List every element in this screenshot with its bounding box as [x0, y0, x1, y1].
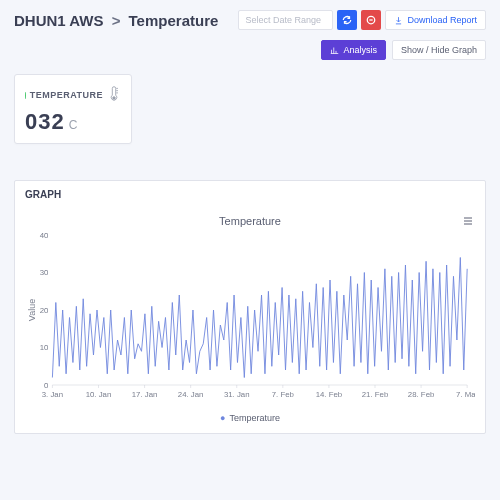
analysis-label: Analysis	[343, 45, 377, 55]
refresh-icon	[342, 15, 352, 25]
toggle-graph-label: Show / Hide Graph	[401, 45, 477, 55]
date-range-input[interactable]: Select Date Range	[238, 10, 333, 30]
legend-bullet-icon: ●	[220, 413, 225, 423]
temperature-card: TEMPERATURE 032 C	[14, 74, 132, 144]
svg-text:3. Jan: 3. Jan	[42, 390, 63, 399]
temperature-chart: 0102030403. Jan10. Jan17. Jan24. Jan31. …	[25, 229, 475, 409]
svg-text:Value: Value	[27, 299, 37, 321]
breadcrumb-param: Temperature	[129, 12, 219, 29]
svg-text:21. Feb: 21. Feb	[362, 390, 389, 399]
svg-text:28. Feb: 28. Feb	[408, 390, 435, 399]
refresh-button[interactable]	[337, 10, 357, 30]
clear-button[interactable]	[361, 10, 381, 30]
svg-text:30: 30	[40, 268, 49, 277]
graph-panel: GRAPH Temperature 0102030403. Jan10. Jan…	[14, 180, 486, 434]
analysis-button[interactable]: Analysis	[321, 40, 386, 60]
svg-point-5	[113, 97, 115, 99]
temperature-unit: C	[69, 118, 78, 132]
breadcrumb-station: DHUN1 AWS	[14, 12, 103, 29]
svg-text:7. Feb: 7. Feb	[272, 390, 295, 399]
graph-panel-title: GRAPH	[15, 181, 485, 209]
chart-title: Temperature	[25, 215, 475, 227]
breadcrumb: DHUN1 AWS > Temperature	[14, 12, 218, 29]
download-report-button[interactable]: Download Report	[385, 10, 486, 30]
chart-icon	[330, 46, 339, 55]
svg-text:20: 20	[40, 306, 49, 315]
status-dot	[25, 92, 26, 99]
thermometer-icon	[107, 85, 121, 105]
date-range-placeholder: Select Date Range	[245, 15, 321, 25]
temperature-card-title: TEMPERATURE	[30, 90, 103, 100]
hamburger-icon	[462, 215, 474, 227]
temperature-value: 032	[25, 109, 65, 135]
download-report-label: Download Report	[407, 15, 477, 25]
svg-text:10: 10	[40, 343, 49, 352]
download-icon	[394, 16, 403, 25]
svg-text:24. Jan: 24. Jan	[178, 390, 204, 399]
chart-legend-label: Temperature	[229, 413, 280, 423]
svg-text:7. Mar: 7. Mar	[456, 390, 475, 399]
toggle-graph-button[interactable]: Show / Hide Graph	[392, 40, 486, 60]
svg-text:31. Jan: 31. Jan	[224, 390, 250, 399]
svg-text:14. Feb: 14. Feb	[316, 390, 343, 399]
chart-legend: ● Temperature	[25, 413, 475, 423]
breadcrumb-sep: >	[112, 12, 121, 29]
clear-icon	[366, 15, 376, 25]
svg-text:10. Jan: 10. Jan	[86, 390, 112, 399]
svg-text:40: 40	[40, 231, 49, 240]
chart-menu-button[interactable]	[461, 215, 475, 230]
svg-text:17. Jan: 17. Jan	[132, 390, 158, 399]
svg-text:0: 0	[44, 381, 49, 390]
